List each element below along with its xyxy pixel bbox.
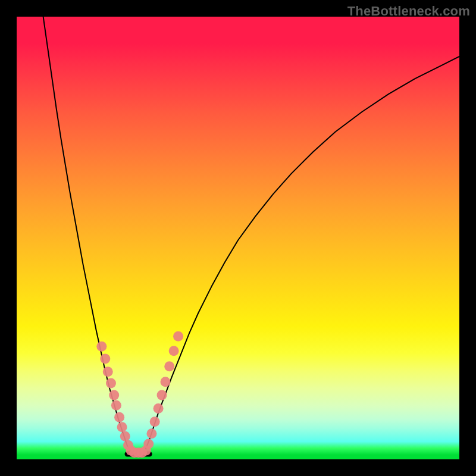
highlight-dot — [173, 331, 183, 342]
marker-layer — [96, 331, 183, 458]
chart-svg — [17, 17, 459, 459]
series-left-curve — [43, 17, 132, 453]
highlight-dot — [117, 422, 127, 432]
highlight-dot — [169, 346, 179, 356]
highlight-dot — [164, 361, 174, 371]
watermark-text: TheBottleneck.com — [347, 4, 470, 19]
curve-layer — [43, 17, 459, 454]
highlight-dot — [114, 412, 124, 422]
series-right-curve — [145, 57, 459, 450]
highlight-dot — [146, 428, 156, 439]
highlight-dot — [109, 390, 119, 400]
highlight-dot — [111, 400, 121, 411]
highlight-dot — [106, 378, 116, 389]
highlight-dot — [100, 354, 110, 364]
highlight-dot — [150, 416, 160, 427]
highlight-dot — [143, 439, 154, 449]
chart-frame: TheBottleneck.com — [0, 0, 476, 476]
highlight-dot — [103, 367, 113, 377]
highlight-dot — [160, 377, 170, 387]
highlight-dot — [154, 403, 164, 414]
highlight-dot — [96, 342, 107, 352]
highlight-dot — [120, 431, 130, 441]
highlight-dot — [157, 390, 167, 400]
